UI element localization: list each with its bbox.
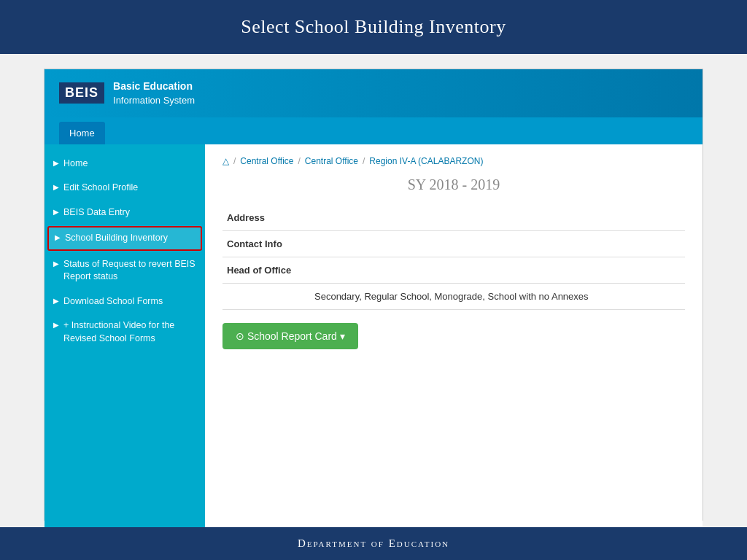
sy-heading: SY 2018 - 2019 <box>222 176 685 193</box>
sidebar-item-instructional-video[interactable]: ▶ + Instructional Video for the Revised … <box>44 314 205 351</box>
field-value-address <box>310 205 685 231</box>
arrow-icon: ▶ <box>53 158 59 168</box>
beis-logo: BEIS <box>59 82 104 104</box>
field-label-contact: Contact Info <box>222 230 310 257</box>
arrow-icon: ▶ <box>53 182 59 192</box>
breadcrumb-item2[interactable]: Central Office <box>305 156 358 166</box>
sidebar-item-beis-data-entry[interactable]: ▶ BEIS Data Entry <box>44 201 205 225</box>
arrow-icon: ▶ <box>53 296 59 306</box>
table-row: Contact Info <box>222 230 685 257</box>
breadcrumb: △ / Central Office / Central Office / Re… <box>222 156 685 166</box>
nav-bar: Home <box>44 117 703 144</box>
field-label-address: Address <box>222 205 310 231</box>
sidebar: ▶ Home ▶ Edit School Profile ▶ BEIS Data… <box>44 144 205 533</box>
field-value-contact <box>310 230 685 257</box>
report-card-button[interactable]: ⊙ School Report Card ▾ <box>222 323 358 349</box>
breadcrumb-sep2: / <box>298 156 301 166</box>
field-value-head <box>310 257 685 283</box>
table-row: Secondary, Regular School, Monograde, Sc… <box>222 283 685 309</box>
table-row: Head of Office <box>222 257 685 283</box>
breadcrumb-sep1: / <box>233 156 236 166</box>
sidebar-item-school-building-inventory[interactable]: ▶ School Building Inventory <box>47 226 202 251</box>
field-value-type: Secondary, Regular School, Monograde, Sc… <box>310 283 685 309</box>
page-title: Select School Building Inventory <box>0 0 747 54</box>
main-content: △ / Central Office / Central Office / Re… <box>205 144 703 533</box>
sidebar-item-download-forms[interactable]: ▶ Download School Forms <box>44 289 205 314</box>
field-label-head: Head of Office <box>222 257 310 283</box>
arrow-icon: ▶ <box>55 233 61 243</box>
table-row: Address <box>222 205 685 231</box>
arrow-icon: ▶ <box>53 320 59 330</box>
breadcrumb-item1[interactable]: Central Office <box>240 156 293 166</box>
sidebar-item-home[interactable]: ▶ Home <box>44 152 205 176</box>
breadcrumb-home-icon[interactable]: △ <box>222 156 229 166</box>
beis-header: BEIS Basic Education Information System <box>44 69 703 117</box>
sidebar-item-status-request[interactable]: ▶ Status of Request to revert BEIS Repor… <box>44 252 205 289</box>
beis-title: Basic Education Information System <box>113 79 195 107</box>
sidebar-item-edit-school-profile[interactable]: ▶ Edit School Profile <box>44 176 205 201</box>
field-label-type <box>222 283 310 309</box>
arrow-icon: ▶ <box>53 207 59 217</box>
nav-home[interactable]: Home <box>59 122 105 144</box>
breadcrumb-item3[interactable]: Region IV-A (CALABARZON) <box>369 156 483 166</box>
breadcrumb-sep3: / <box>363 156 365 166</box>
info-table: Address Contact Info Head of Office Seco… <box>222 205 685 310</box>
footer: Department of Education <box>0 527 747 560</box>
arrow-icon: ▶ <box>53 259 59 269</box>
